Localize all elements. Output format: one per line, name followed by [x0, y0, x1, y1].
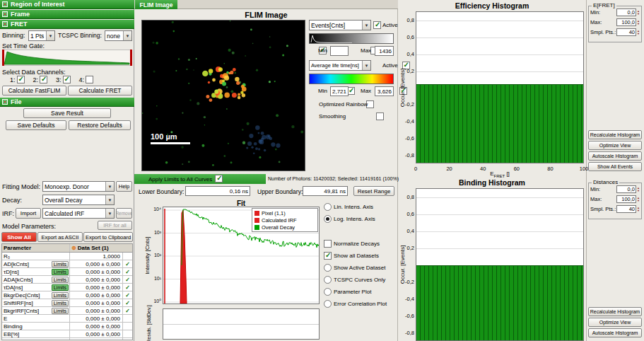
- intensity-active-checkbox[interactable]: [373, 21, 381, 29]
- param-value-cell[interactable]: 0,000 ± 0,000: [70, 323, 123, 330]
- lower-boundary-field[interactable]: 0,16 ns: [185, 186, 250, 196]
- chevron-down-icon[interactable]: ▼: [105, 182, 114, 191]
- spinner-down-icon[interactable]: ▼: [637, 209, 640, 212]
- upper-boundary-field[interactable]: 49,81 ns: [303, 186, 348, 196]
- export-ascii-button[interactable]: Export as ASCII: [37, 232, 83, 242]
- histogram-bars[interactable]: [416, 84, 583, 163]
- spinner-down-icon[interactable]: ▼: [637, 200, 640, 202]
- chevron-down-icon[interactable]: ▼: [362, 21, 370, 30]
- tcspc-binning-dropdown[interactable]: none ▼: [105, 30, 132, 41]
- lifetime-max-field[interactable]: 3,626: [375, 86, 394, 96]
- spinner-up-down[interactable]: ▲▼: [637, 207, 640, 212]
- apply-limits-checkbox[interactable]: [215, 175, 223, 183]
- tab-flim-image[interactable]: FLIM Image: [135, 0, 177, 9]
- spinner-up-down[interactable]: ▲▼: [637, 20, 640, 25]
- fit-enabled-checkbox[interactable]: ✓: [123, 307, 132, 314]
- radio-button-icon[interactable]: [324, 276, 332, 284]
- restore-defaults-button[interactable]: Restore Defaults: [69, 120, 131, 130]
- efret-field-1[interactable]: 100,0: [616, 18, 636, 26]
- header-dataset[interactable]: ⊕ Data Set (1): [70, 244, 132, 252]
- help-button[interactable]: Help: [116, 181, 132, 192]
- spinner-up-down[interactable]: ▲▼: [637, 187, 640, 192]
- efret-field-0[interactable]: 0,0: [616, 8, 636, 16]
- fit-enabled-checkbox[interactable]: ✓: [123, 299, 132, 306]
- spinner-up-down[interactable]: ▲▼: [637, 197, 640, 202]
- time-gate-graph[interactable]: [2, 50, 132, 66]
- section-header-fret[interactable]: FRET: [0, 20, 134, 29]
- irf-remove-button[interactable]: Remove: [116, 208, 132, 219]
- limits-button[interactable]: Limits: [52, 308, 69, 314]
- save-defaults-button[interactable]: Save Defaults: [6, 120, 66, 130]
- param-value-cell[interactable]: 0,000 ± 0,000: [70, 260, 123, 267]
- fit-enabled-checkbox[interactable]: [123, 315, 132, 322]
- fit-enabled-checkbox[interactable]: ✓: [123, 268, 132, 275]
- distances-field-2[interactable]: 40: [616, 205, 636, 213]
- radio-button-icon[interactable]: [324, 300, 332, 308]
- residuals-plot[interactable]: [163, 308, 320, 340]
- irf-for-all-button[interactable]: IRF for all: [98, 221, 132, 230]
- lifetime-channel-dropdown[interactable]: Average life time[ns] ▼: [309, 60, 371, 71]
- header-parameter[interactable]: Parameter: [2, 244, 70, 252]
- section-header-region-of-interest[interactable]: Region of Interest: [0, 0, 134, 9]
- spinner-down-icon[interactable]: ▼: [637, 23, 640, 25]
- smoothing-checkbox[interactable]: [376, 112, 384, 120]
- param-value-cell[interactable]: 0,000 ± 0,000: [70, 299, 123, 306]
- checkbox-icon[interactable]: [324, 252, 332, 260]
- export-clipboard-button[interactable]: Export to Clipboard: [83, 232, 133, 242]
- chevron-down-icon[interactable]: ▼: [123, 31, 131, 40]
- fit-enabled-checkbox[interactable]: ✓: [123, 276, 132, 283]
- lifetime-min-field[interactable]: 2,721: [330, 86, 349, 96]
- channel-1-checkbox[interactable]: [17, 76, 25, 83]
- limits-button[interactable]: Limits: [52, 300, 69, 306]
- fit-enabled-checkbox[interactable]: ✓: [123, 260, 132, 267]
- limits-button[interactable]: Limits: [52, 292, 69, 299]
- checkbox-icon[interactable]: [324, 240, 332, 248]
- intensity-channel-dropdown[interactable]: Events[Cnts] ▼: [309, 20, 371, 30]
- channel-4-checkbox[interactable]: [86, 76, 93, 83]
- recalculate-histogram-button[interactable]: Recalculate Histogram: [588, 130, 642, 139]
- optimize-view-button[interactable]: Optimize View: [588, 318, 642, 327]
- param-value-cell[interactable]: 1,0000: [70, 253, 123, 260]
- param-value-cell[interactable]: 0,000 ± 0,000: [70, 315, 123, 322]
- fit-enabled-checkbox[interactable]: ✓: [123, 291, 132, 299]
- show-all-events-button[interactable]: Show All Events: [588, 162, 642, 171]
- radio-button-icon[interactable]: [324, 264, 332, 272]
- limits-button[interactable]: Limits: [52, 277, 69, 283]
- spinner-down-icon[interactable]: ▼: [637, 13, 640, 16]
- autoscale-histogram-button[interactable]: Autoscale Histogram: [588, 151, 642, 161]
- spinner-up-down[interactable]: ▲▼: [637, 30, 640, 35]
- spinner-down-icon[interactable]: ▼: [637, 190, 640, 192]
- decay-dropdown[interactable]: Overall Decay ▼: [42, 195, 115, 205]
- radio-button-icon[interactable]: [324, 203, 332, 211]
- param-value-cell[interactable]: 0,000 ± 0,000: [70, 276, 123, 283]
- irf-import-button[interactable]: Import: [16, 208, 41, 219]
- param-value-cell[interactable]: [70, 338, 123, 340]
- chevron-down-icon[interactable]: ▼: [46, 31, 54, 40]
- reset-range-button[interactable]: Reset Range: [353, 186, 394, 196]
- channel-2-checkbox[interactable]: [40, 76, 47, 83]
- recalculate-histogram-button[interactable]: Recalculate Histogram: [588, 307, 642, 316]
- optimize-view-button[interactable]: Optimize View: [588, 141, 642, 150]
- fitting-model-dropdown[interactable]: Monoexp. Donor ▼: [42, 181, 115, 192]
- limits-button[interactable]: Limits: [52, 284, 69, 291]
- efret-field-2[interactable]: 40: [616, 28, 636, 36]
- intensity-max-field[interactable]: 1436: [375, 46, 394, 56]
- binning-dropdown[interactable]: 1 Pts ▼: [28, 30, 55, 41]
- autoscale-histogram-button[interactable]: Autoscale Histogram: [588, 328, 642, 337]
- spinner-down-icon[interactable]: ▼: [637, 33, 640, 35]
- param-value-cell[interactable]: 0,000 ± 0,000: [70, 307, 123, 314]
- chevron-down-icon[interactable]: ▼: [105, 195, 114, 204]
- section-header-frame[interactable]: Frame: [0, 10, 134, 19]
- calculate-fastflim-button[interactable]: Calculate FastFLIM: [2, 86, 66, 96]
- show-all-button[interactable]: Show All: [1, 232, 37, 242]
- distances-field-1[interactable]: 100,0: [616, 195, 636, 203]
- binding-plot[interactable]: [416, 188, 584, 341]
- distances-field-0[interactable]: 0,0: [616, 185, 636, 193]
- limits-button[interactable]: Limits: [52, 261, 69, 267]
- radio-button-icon[interactable]: [324, 288, 332, 296]
- param-value-cell[interactable]: 0,000 ± 0,000: [70, 284, 123, 291]
- irf-dropdown[interactable]: Calculated IRF ▼: [42, 208, 115, 219]
- channel-3-checkbox[interactable]: [63, 76, 71, 83]
- save-result-button[interactable]: Save Result: [23, 108, 111, 118]
- fit-enabled-checkbox[interactable]: [123, 323, 132, 330]
